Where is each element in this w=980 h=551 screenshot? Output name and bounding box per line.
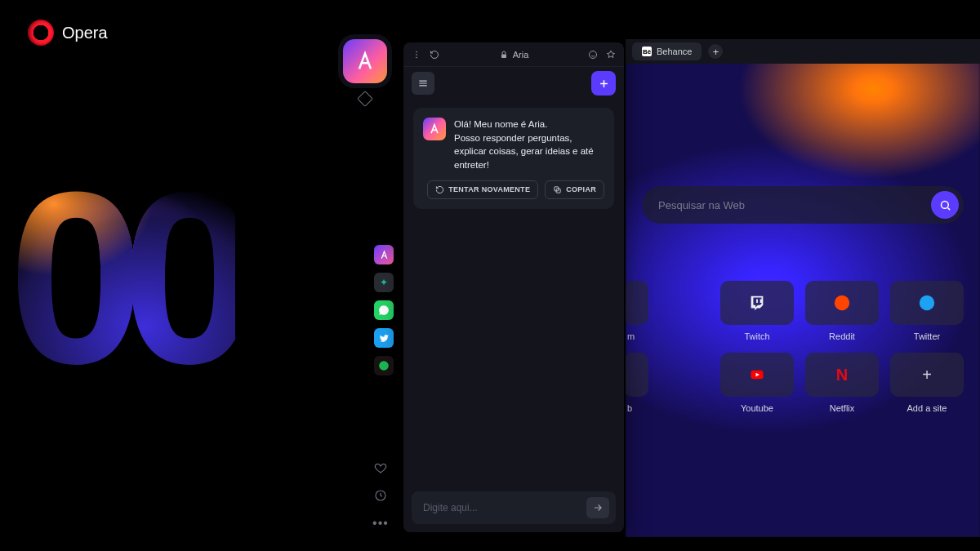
aria-toolbar [403,67,624,100]
search-input[interactable] [658,199,931,211]
speed-dial-item-twitch[interactable]: Twitch [720,281,794,341]
search-button[interactable] [931,191,959,219]
sidebar-aria-icon[interactable] [374,245,394,264]
browser-window: Bē Behance + m Twitch Reddit [626,39,980,537]
hamburger-icon [417,78,429,89]
copy-button[interactable]: COPIAR [545,180,604,199]
aria-launcher-button[interactable] [343,39,387,83]
svg-point-9 [941,201,948,208]
behance-favicon-icon: Bē [642,47,652,56]
aria-text-input[interactable] [423,502,586,513]
retry-button[interactable]: TENTAR NOVAMENTE [427,180,538,199]
aria-welcome-message: Olá! Meu nome é Aria. Posso responder pe… [413,108,614,209]
svg-point-0 [379,361,389,371]
sidebar: ✦ [372,245,395,375]
copy-icon [553,185,562,194]
svg-point-11 [920,295,934,310]
retry-icon [435,185,444,194]
speed-dial-grid: m Twitch Reddit Twitter b Youtube [642,281,964,413]
svg-point-2 [416,51,417,52]
send-button[interactable] [586,497,609,518]
speed-dial-item-youtube[interactable]: Youtube [720,353,794,413]
youtube-icon [720,353,794,397]
twitter-icon [890,281,964,325]
plus-icon [598,78,610,90]
svg-point-3 [416,54,417,56]
background-zero-art: 00 [8,155,235,400]
workspace-icon[interactable] [357,91,373,107]
lock-icon [499,50,509,60]
new-chat-button[interactable] [591,71,616,96]
smiley-icon[interactable] [588,50,598,60]
opera-logo-text: Opera [62,24,108,42]
hamburger-button[interactable] [412,72,434,95]
netflix-icon: N [805,353,879,397]
history-icon[interactable] [372,487,389,504]
speed-dial-item-b[interactable]: b [626,353,709,413]
speed-dial-item-add[interactable]: + Add a site [890,353,964,413]
reddit-icon [805,281,879,325]
aria-addressbar: Aria [403,42,624,67]
plus-icon: + [890,353,964,397]
tab-behance[interactable]: Bē Behance [632,42,702,60]
sidebar-twitter-icon[interactable] [374,328,394,348]
sidebar-chatgpt-icon[interactable]: ✦ [374,273,394,292]
svg-point-6 [590,51,597,58]
new-tab-button[interactable]: + [708,44,723,59]
heart-icon[interactable] [372,460,389,476]
aria-panel: Aria Olá! Meu nome é Aria. Posso respond… [403,42,624,532]
aria-input-container [412,491,616,524]
tab-label: Behance [657,47,692,56]
speed-dial-item-m[interactable]: m [626,281,709,341]
speed-dial-item-reddit[interactable]: Reddit [805,281,879,341]
opera-logo: Opera [28,20,108,46]
arrow-right-icon [592,502,604,513]
more-icon[interactable]: ••• [372,515,389,531]
speed-dial-item-netflix[interactable]: N Netflix [805,353,879,413]
aria-avatar-icon [423,118,446,140]
sidebar-bottom: ••• [372,460,389,531]
sidebar-spotify-icon[interactable] [374,356,394,375]
svg-point-4 [416,56,417,58]
tab-bar: Bē Behance + [626,39,980,64]
aria-icon [354,50,376,73]
search-icon [939,199,951,211]
aria-chat-body: Olá! Meu nome é Aria. Posso responder pe… [403,100,624,483]
kebab-icon[interactable] [412,50,421,60]
speed-dial-item-twitter[interactable]: Twitter [890,281,964,341]
aria-welcome-text: Olá! Meu nome é Aria. Posso responder pe… [454,118,604,172]
reload-icon[interactable] [430,50,439,60]
svg-rect-5 [501,54,506,58]
search-bar[interactable] [642,186,964,224]
opera-logo-icon [28,20,54,46]
sidebar-whatsapp-icon[interactable] [374,300,394,320]
aria-addressbar-title: Aria [513,50,529,60]
svg-point-10 [835,295,849,310]
pin-icon[interactable] [606,50,616,60]
twitch-icon [720,281,794,325]
